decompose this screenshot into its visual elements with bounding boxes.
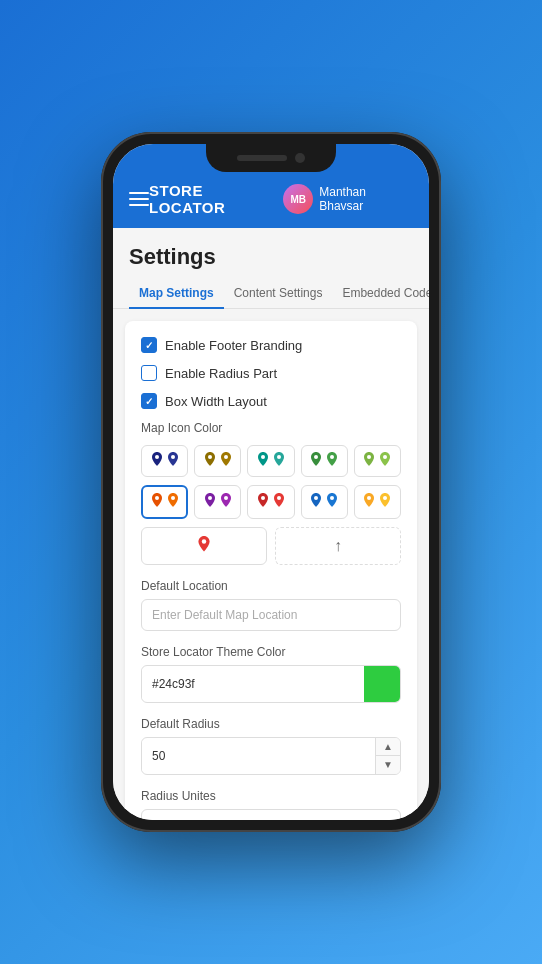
tab-embedded-code[interactable]: Embedded Code [332,278,429,308]
tab-bar: Map Settings Content Settings Embedded C… [113,278,429,309]
radius-units-select-wrap: km miles [141,809,401,820]
theme-color-field: Store Locator Theme Color [141,645,401,703]
radius-units-label: Radius Unites [141,789,401,803]
page-title: Settings [113,228,429,278]
radius-spinner: ▲ ▼ [375,738,400,774]
checkbox-footer-branding-label: Enable Footer Branding [165,338,302,353]
upload-icon-cell[interactable]: ↑ [275,527,401,565]
svg-point-0 [155,455,159,459]
radius-increment-button[interactable]: ▲ [376,738,400,756]
default-radius-input[interactable] [142,741,375,771]
phone-notch [206,144,336,172]
tab-content-settings[interactable]: Content Settings [224,278,333,308]
svg-point-19 [383,496,387,500]
svg-point-20 [202,539,206,543]
phone-frame: STORE LOCATOR MB Manthan Bhavsar Setting… [101,132,441,832]
svg-point-12 [208,496,212,500]
app-title: STORE LOCATOR [149,182,283,216]
svg-point-6 [314,455,318,459]
map-icon-color-label: Map Icon Color [141,421,401,435]
checkbox-box-width-row: Box Width Layout [141,393,401,409]
tab-map-settings[interactable]: Map Settings [129,278,224,308]
user-info: MB Manthan Bhavsar [283,184,413,214]
svg-point-1 [171,455,175,459]
icon-cell-9[interactable] [301,485,348,519]
svg-point-10 [155,496,159,500]
menu-button[interactable] [129,192,149,206]
phone-screen: STORE LOCATOR MB Manthan Bhavsar Setting… [113,144,429,820]
svg-point-4 [261,455,265,459]
radius-units-field: Radius Unites km miles [141,789,401,820]
radius-units-select[interactable]: km miles [141,809,401,820]
checkbox-footer-branding-row: Enable Footer Branding [141,337,401,353]
custom-icon-row: ↑ [141,527,401,565]
svg-point-18 [367,496,371,500]
theme-color-input-row [141,665,401,703]
default-radius-label: Default Radius [141,717,401,731]
default-location-input[interactable] [141,599,401,631]
icon-cell-8[interactable] [247,485,294,519]
upload-arrow-icon: ↑ [334,537,342,555]
svg-point-14 [261,496,265,500]
default-radius-input-row: ▲ ▼ [141,737,401,775]
page-content: Settings Map Settings Content Settings E… [113,228,429,820]
svg-point-16 [314,496,318,500]
svg-point-3 [224,455,228,459]
theme-color-label: Store Locator Theme Color [141,645,401,659]
default-location-field: Default Location [141,579,401,631]
icon-cell-1[interactable] [141,445,188,477]
speaker [237,155,287,161]
svg-point-8 [367,455,371,459]
icon-grid-row2 [141,485,401,519]
checkbox-box-width[interactable] [141,393,157,409]
radius-decrement-button[interactable]: ▼ [376,756,400,774]
custom-pin-cell[interactable] [141,527,267,565]
camera [295,153,305,163]
svg-point-9 [383,455,387,459]
avatar: MB [283,184,313,214]
default-location-label: Default Location [141,579,401,593]
svg-point-13 [224,496,228,500]
svg-point-2 [208,455,212,459]
icon-cell-2[interactable] [194,445,241,477]
icon-cell-6[interactable] [141,485,188,519]
color-swatch[interactable] [364,666,400,702]
icon-cell-7[interactable] [194,485,241,519]
default-radius-field: Default Radius ▲ ▼ [141,717,401,775]
svg-point-15 [277,496,281,500]
checkbox-box-width-label: Box Width Layout [165,394,267,409]
icon-cell-5[interactable] [354,445,401,477]
svg-point-7 [330,455,334,459]
icon-cell-3[interactable] [247,445,294,477]
icon-cell-10[interactable] [354,485,401,519]
theme-color-input[interactable] [142,669,364,699]
svg-point-17 [330,496,334,500]
svg-point-5 [277,455,281,459]
settings-panel: Enable Footer Branding Enable Radius Par… [125,321,417,820]
svg-point-11 [171,496,175,500]
checkbox-radius-part-label: Enable Radius Part [165,366,277,381]
icon-cell-4[interactable] [301,445,348,477]
checkbox-radius-part-row: Enable Radius Part [141,365,401,381]
checkbox-footer-branding[interactable] [141,337,157,353]
icon-grid-row1 [141,445,401,477]
username: Manthan Bhavsar [319,185,413,213]
checkbox-radius-part[interactable] [141,365,157,381]
